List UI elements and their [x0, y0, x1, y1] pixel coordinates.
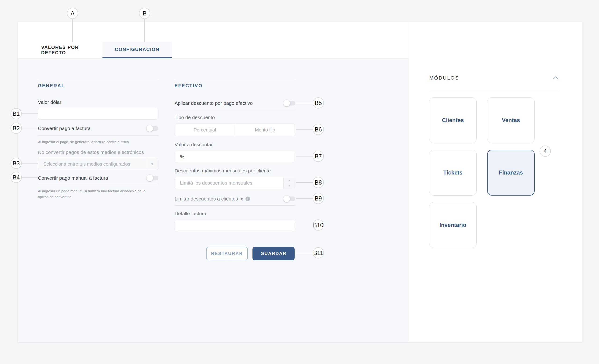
modules-panel: MÓDULOS Clientes Ventas Tickets Finanzas… — [409, 22, 582, 342]
tab-configuracion[interactable]: CONFIGURACIÓN — [103, 42, 172, 58]
valor-dolar-label: Valor dólar — [38, 99, 159, 105]
annotation-b4-line — [22, 177, 38, 178]
chevron-down-icon: ▼ — [146, 158, 158, 170]
aplicar-descuento-label: Aplicar descuento por pago efectivo — [175, 100, 253, 106]
annotation-b7-line — [296, 156, 313, 156]
number-stepper: ▲ ▼ — [283, 177, 295, 189]
annotation-b1-line — [22, 113, 38, 114]
info-icon[interactable]: i — [246, 197, 250, 201]
annotation-b1: B1 — [10, 108, 22, 119]
annotation-b2: B2 — [10, 122, 22, 134]
settings-content: GENERAL Valor dólar Convertir pago a fac… — [18, 59, 409, 342]
no-convertir-label: No convertir pagos de estos medios elect… — [38, 149, 159, 155]
descuentos-maximos-field: ▲ ▼ — [175, 177, 295, 189]
annotation-b10: B10 — [313, 219, 324, 231]
module-card-tickets[interactable]: Tickets — [429, 150, 477, 196]
convertir-manual-row: Convertir pago manual a factura — [38, 174, 159, 182]
efectivo-section-title: EFECTIVO — [175, 83, 295, 89]
tab-valores-label: VALORES POR DEFECTO — [41, 45, 103, 55]
descuentos-maximos-input[interactable] — [175, 177, 295, 189]
limitar-clientes-toggle[interactable] — [284, 197, 295, 201]
descuentos-maximos-label: Descuentos máximos mensuales por cliente — [175, 168, 295, 173]
annotation-b5: B5 — [313, 97, 324, 109]
convertir-manual-label: Convertir pago manual a factura — [38, 175, 108, 181]
tipo-descuento-label: Tipo de descuento — [175, 115, 295, 120]
chevron-up-icon[interactable] — [552, 76, 559, 80]
general-section: GENERAL Valor dólar Convertir pago a fac… — [38, 59, 159, 200]
efectivo-top-divider — [175, 79, 295, 79]
aplicar-descuento-divider — [175, 110, 295, 110]
annotation-b11-line — [295, 253, 313, 253]
valor-dolar-input[interactable] — [38, 108, 159, 120]
toggle-knob — [283, 100, 290, 106]
aplicar-descuento-toggle[interactable] — [284, 101, 295, 105]
limitar-clientes-row: Limitar descuentos a clientes fx i — [175, 195, 295, 202]
detalle-factura-input[interactable] — [175, 220, 295, 232]
annotation-b8: B8 — [313, 177, 324, 188]
convertir-pago-label: Convertir pago a factura — [38, 126, 90, 131]
annotation-b9: B9 — [313, 193, 324, 204]
annotation-b6: B6 — [313, 124, 324, 135]
medios-select[interactable]: Seleccioná entre tus medios configurados… — [38, 158, 159, 170]
modules-header: MÓDULOS — [429, 72, 559, 84]
module-card-inventario[interactable]: Inventario — [429, 202, 477, 248]
annotation-b4: B4 — [10, 172, 22, 183]
convertir-manual-toggle[interactable] — [147, 176, 159, 180]
tab-configuracion-label: CONFIGURACIÓN — [115, 47, 159, 52]
stepper-down-icon[interactable]: ▼ — [284, 183, 295, 189]
segment-monto-fijo[interactable]: Monto fijo — [235, 124, 295, 136]
modules-grid: Clientes Ventas Tickets Finanzas Inventa… — [429, 97, 535, 248]
efectivo-section: EFECTIVO Aplicar descuento por pago efec… — [175, 59, 295, 260]
guardar-button[interactable]: GUARDAR — [253, 247, 295, 260]
annotation-a: A — [67, 8, 78, 19]
toggle-knob — [147, 125, 153, 132]
annotation-b11: B11 — [313, 247, 324, 259]
modules-title: MÓDULOS — [429, 75, 459, 81]
convertir-pago-row: Convertir pago a factura — [38, 125, 159, 132]
general-section-title: GENERAL — [38, 83, 159, 89]
general-top-divider — [38, 79, 159, 79]
annotation-b5-line — [296, 103, 313, 103]
settings-card: VALORES POR DEFECTO CONFIGURACIÓN GENERA… — [18, 22, 582, 342]
stepper-up-icon[interactable]: ▲ — [284, 177, 295, 183]
annotation-b10-line — [296, 225, 313, 225]
annotation-b3-line — [22, 163, 38, 164]
convertir-pago-toggle[interactable] — [147, 126, 159, 131]
toggle-knob — [283, 196, 290, 202]
convertir-pago-divider — [38, 135, 159, 136]
annotation-module-badge: 4 — [540, 146, 551, 157]
settings-region: VALORES POR DEFECTO CONFIGURACIÓN GENERA… — [18, 22, 409, 342]
toggle-knob — [147, 175, 153, 181]
medios-select-placeholder: Seleccioná entre tus medios configurados — [38, 161, 146, 167]
annotation-b9-line — [296, 198, 313, 199]
module-card-clientes[interactable]: Clientes — [429, 97, 477, 143]
restaurar-button[interactable]: RESTAURAR — [206, 247, 248, 260]
annotation-b: B — [139, 8, 150, 19]
module-card-finanzas[interactable]: Finanzas — [487, 150, 535, 196]
actions-row: RESTAURAR GUARDAR — [175, 247, 295, 260]
tipo-descuento-segmented: Porcentual Monto fijo — [175, 123, 295, 136]
annotation-module-badge-line — [535, 151, 540, 151]
annotation-b-line — [144, 19, 145, 42]
annotation-b7: B7 — [313, 151, 324, 162]
valor-descontar-label: Valor a descontar — [175, 142, 295, 147]
annotation-b6-line — [296, 129, 313, 130]
detalle-factura-label: Detalle factura — [175, 211, 295, 217]
convertir-pago-help: Al ingresar el pago, se generará la fact… — [38, 139, 159, 145]
tab-valores-por-defecto[interactable]: VALORES POR DEFECTO — [41, 42, 103, 58]
segment-porcentual[interactable]: Porcentual — [175, 124, 235, 136]
aplicar-descuento-row: Aplicar descuento por pago efectivo — [175, 100, 295, 107]
annotation-b2-line — [22, 128, 38, 129]
annotation-a-line — [72, 19, 73, 42]
limitar-clientes-label: Limitar descuentos a clientes fx — [175, 196, 243, 202]
tab-bar: VALORES POR DEFECTO CONFIGURACIÓN — [18, 22, 409, 59]
convertir-manual-help: Al ingresar un pago manual, si hubiera u… — [38, 188, 155, 200]
limitar-clientes-divider — [175, 205, 295, 206]
valor-descontar-input[interactable] — [175, 151, 295, 163]
module-card-ventas[interactable]: Ventas — [487, 97, 535, 143]
modules-divider — [429, 90, 559, 90]
annotation-b3: B3 — [10, 158, 22, 169]
annotation-b8-line — [296, 182, 313, 183]
